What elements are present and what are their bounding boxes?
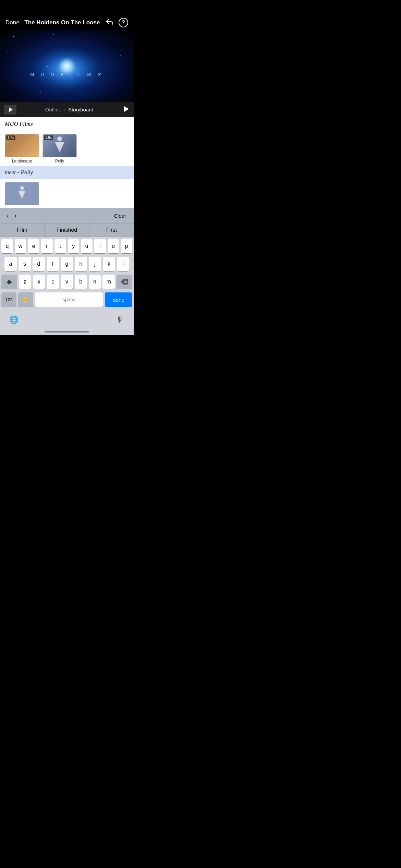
emoji-key[interactable]: 😊 [18, 292, 33, 307]
autocomplete-bar: Film Finished First [0, 223, 134, 237]
next-polly-body [18, 191, 26, 199]
thumbnail-polly-label: Polly [55, 159, 64, 164]
keyboard-toolbar: ‹ › Clear [0, 208, 134, 223]
space-key[interactable]: space [35, 292, 103, 307]
next-thumbnail-row [0, 179, 134, 208]
key-y[interactable]: y [68, 239, 80, 253]
toolbar-right-play[interactable] [122, 105, 130, 114]
keyboard-arrows: ‹ › [5, 211, 19, 221]
next-polly-silhouette [18, 186, 26, 201]
help-icon[interactable]: ? [119, 18, 128, 27]
done-button[interactable]: Done [5, 19, 20, 26]
key-r[interactable]: r [41, 239, 53, 253]
key-a[interactable]: a [4, 257, 17, 271]
next-thumbnail[interactable] [5, 182, 39, 205]
keyboard-area: ‹ › Clear Film Finished First q w e r t … [0, 208, 134, 329]
numbers-key[interactable]: 123 [1, 292, 16, 307]
key-h[interactable]: h [75, 257, 87, 271]
key-i[interactable]: i [94, 239, 106, 253]
home-indicator [0, 329, 134, 335]
nav-actions: ? [105, 18, 128, 27]
nav-title: The Holdens On The Loose [20, 19, 105, 26]
key-p[interactable]: p [121, 239, 132, 253]
arrow-left-button[interactable]: ‹ [5, 211, 11, 221]
key-z[interactable]: z [19, 275, 31, 289]
key-q[interactable]: q [1, 239, 13, 253]
shift-icon [6, 279, 12, 285]
thumbnails-row: 1.7s Landscape 1.8s Polly [0, 131, 134, 166]
key-v[interactable]: v [61, 275, 73, 289]
video-title-overlay: M U O F I L M S [0, 72, 134, 77]
backspace-icon [121, 279, 128, 285]
keyboard-keys: q w e r t y u i o p a s d f g h j k l [0, 237, 134, 312]
key-c[interactable]: c [47, 275, 59, 289]
thumbnail-landscape-label: Landscape [12, 159, 32, 164]
polly-head [57, 136, 62, 141]
mic-icon[interactable]: 🎙 [113, 313, 127, 327]
toolbar: Outline | Storyboard [0, 102, 134, 117]
key-u[interactable]: u [81, 239, 93, 253]
key-m[interactable]: m [102, 275, 115, 289]
key-o[interactable]: o [108, 239, 119, 253]
key-row-3: z x c v b n m [1, 275, 132, 289]
key-j[interactable]: j [89, 257, 101, 271]
tab-storyboard[interactable]: Storyboard [68, 107, 93, 112]
svg-marker-1 [7, 279, 12, 284]
polly-body [55, 142, 64, 152]
nav-bar: Done The Holdens On The Loose ? [0, 15, 134, 30]
key-t[interactable]: t [54, 239, 66, 253]
clear-button[interactable]: Clear [111, 212, 129, 220]
tab-separator: | [64, 107, 65, 112]
scene-note-input[interactable]: meet - Polly [0, 166, 134, 179]
key-e[interactable]: e [28, 239, 39, 253]
autocomplete-first[interactable]: First [89, 224, 134, 237]
key-x[interactable]: x [33, 275, 45, 289]
key-w[interactable]: w [15, 239, 26, 253]
thumbnail-polly-image: 1.8s [42, 134, 77, 157]
video-background: M U O F I L M S [0, 30, 134, 102]
toolbar-tabs: Outline | Storyboard [21, 107, 118, 112]
done-key[interactable]: done [105, 292, 132, 307]
key-row-4: 123 😊 space done [1, 292, 132, 307]
key-b[interactable]: b [75, 275, 87, 289]
play-icon [9, 107, 13, 112]
thumbnail-polly[interactable]: 1.8s Polly [42, 134, 77, 164]
toolbar-play-button[interactable] [4, 105, 16, 114]
autocomplete-finished[interactable]: Finished [45, 224, 89, 237]
thumbnail-polly-time: 1.8s [44, 135, 53, 140]
key-l[interactable]: l [117, 257, 129, 271]
key-f[interactable]: f [47, 257, 59, 271]
polly-silhouette [55, 136, 64, 155]
key-d[interactable]: d [33, 257, 45, 271]
home-bar [45, 331, 89, 333]
key-s[interactable]: s [19, 257, 31, 271]
backspace-key[interactable] [117, 275, 132, 289]
tab-outline[interactable]: Outline [45, 107, 62, 112]
thumbnail-landscape-image: 1.7s [5, 134, 39, 157]
key-row-1: q w e r t y u i o p [1, 239, 132, 253]
thumbnail-landscape-time: 1.7s [6, 135, 15, 140]
back-icon[interactable] [105, 18, 114, 27]
keyboard-bottom-row: 🌐 🎙 [0, 312, 134, 329]
key-g[interactable]: g [61, 257, 73, 271]
next-polly-head [20, 186, 24, 190]
thumbnail-landscape[interactable]: 1.7s Landscape [5, 134, 39, 164]
scene-title-input[interactable] [0, 117, 134, 131]
key-row-2: a s d f g h j k l [1, 257, 132, 271]
key-k[interactable]: k [103, 257, 115, 271]
autocomplete-film[interactable]: Film [0, 224, 45, 237]
key-n[interactable]: n [89, 275, 101, 289]
content-area: 1.7s Landscape 1.8s Polly meet - Polly [0, 117, 134, 208]
svg-marker-0 [124, 106, 129, 112]
globe-icon[interactable]: 🌐 [7, 313, 21, 327]
video-preview: M U O F I L M S [0, 30, 134, 102]
shift-key[interactable] [1, 275, 17, 289]
arrow-right-button[interactable]: › [12, 211, 19, 221]
status-bar [0, 0, 134, 15]
